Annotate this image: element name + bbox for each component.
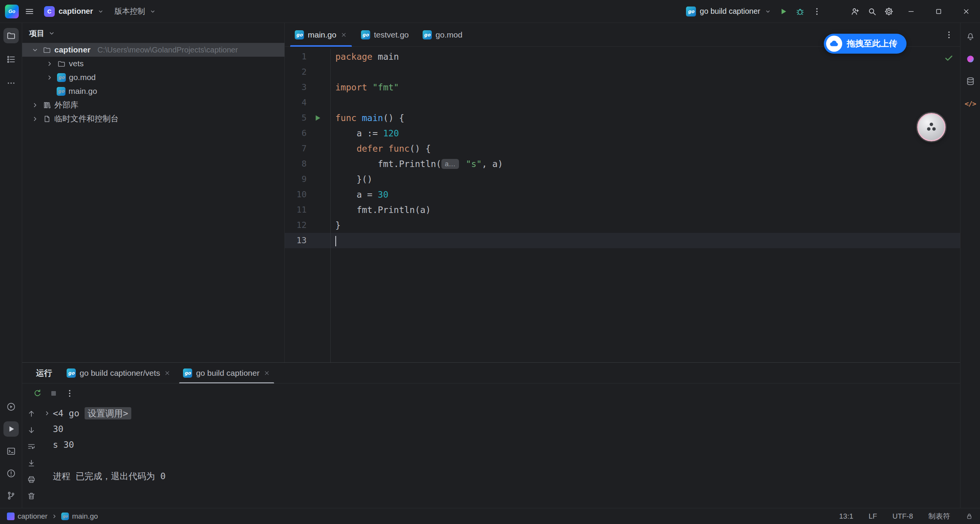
- services-tool-button[interactable]: [3, 399, 19, 414]
- run-tab-go-build-captioner-vets[interactable]: gogo build captioner/vets: [60, 363, 177, 383]
- gear-icon: [884, 7, 894, 16]
- ai-assistant-button[interactable]: [963, 51, 978, 67]
- editor-tabs-more-button[interactable]: [944, 23, 960, 46]
- more-tools-button[interactable]: [3, 75, 19, 91]
- clear-console-button[interactable]: [25, 490, 38, 503]
- code-with-me-button[interactable]: [847, 3, 864, 20]
- arrow-up-icon: [27, 409, 36, 418]
- inspections-ok-icon[interactable]: [944, 53, 954, 63]
- play-icon: [778, 7, 788, 16]
- caret-position-widget[interactable]: 13:1: [839, 512, 853, 521]
- tree-item-label: main.go: [69, 87, 97, 96]
- debug-button[interactable]: [792, 3, 808, 20]
- terminal-tool-button[interactable]: [3, 444, 19, 459]
- tab-close-icon[interactable]: [164, 370, 171, 377]
- encoding-widget[interactable]: UTF-8: [892, 512, 913, 521]
- code-line-8: 8 fmt.Println(a… "s", a): [285, 156, 960, 172]
- scroll-to-end-button[interactable]: [25, 457, 38, 470]
- triskelion-icon: [924, 120, 939, 135]
- tree-item-captioner[interactable]: captionerC:\Users\meow\GolandProjects\ca…: [22, 43, 284, 57]
- project-tool-button[interactable]: [3, 28, 19, 43]
- print-icon: [27, 475, 36, 484]
- stop-button[interactable]: [46, 386, 61, 400]
- editor-tab-main.go[interactable]: gomain.go: [288, 23, 354, 46]
- code-text: a = 30: [331, 187, 960, 202]
- notifications-button[interactable]: [963, 29, 978, 44]
- soft-wrap-button[interactable]: [25, 440, 38, 453]
- chevron-down-icon: [31, 46, 39, 54]
- tree-item-外部库[interactable]: 外部库: [22, 98, 284, 112]
- vcs-widget[interactable]: 版本控制: [111, 4, 160, 19]
- caret: [335, 236, 336, 246]
- indent-widget[interactable]: 制表符: [928, 511, 950, 521]
- main-menu-button[interactable]: [21, 3, 38, 20]
- tree-item-vets[interactable]: vets: [22, 57, 284, 70]
- structure-icon: [6, 54, 16, 64]
- minimize-button[interactable]: [897, 0, 925, 23]
- run-more-button[interactable]: [808, 3, 825, 20]
- project-name: captioner: [59, 7, 93, 16]
- rerun-button[interactable]: [30, 386, 45, 400]
- fold-toggle-icon[interactable]: [43, 409, 51, 418]
- goland-logo-icon: Go: [5, 5, 19, 18]
- problems-tool-button[interactable]: [3, 466, 19, 481]
- code-line-7: 7 defer func() {: [285, 141, 960, 156]
- arrow-down-icon: [27, 426, 36, 435]
- gutter-line-number: 2: [285, 64, 331, 80]
- run-tool-button[interactable]: [3, 421, 19, 437]
- gutter-line-number: 13: [285, 233, 331, 248]
- chevron-down-icon: [47, 29, 56, 38]
- project-selector[interactable]: C captioner: [40, 4, 108, 19]
- run-panel-title: 运行: [36, 363, 52, 383]
- rerun-icon: [33, 388, 42, 398]
- tab-close-icon[interactable]: [263, 370, 270, 377]
- gutter-line-number: 5: [285, 110, 331, 126]
- version-control-tool-button[interactable]: [3, 488, 19, 503]
- prev-occurrence-button[interactable]: [25, 407, 38, 420]
- print-button[interactable]: [25, 473, 38, 486]
- tab-close-icon[interactable]: [340, 31, 347, 38]
- left-tool-stripe: [0, 23, 22, 508]
- code-text: fmt.Println(a… "s", a): [331, 156, 960, 172]
- gutter-line-number: 10: [285, 187, 331, 202]
- structure-tool-button[interactable]: [3, 52, 19, 67]
- breadcrumb-main.go[interactable]: gomain.go: [61, 512, 98, 521]
- editor-tab-testvet.go[interactable]: gotestvet.go: [354, 23, 416, 46]
- line-separator-widget[interactable]: LF: [869, 512, 877, 521]
- run-button[interactable]: [775, 3, 792, 20]
- run-config-selector[interactable]: go go build captioner: [683, 4, 775, 19]
- close-button[interactable]: [952, 0, 980, 23]
- run-tab-go-build-captioner[interactable]: gogo build captioner: [177, 363, 276, 383]
- breadcrumb-captioner[interactable]: captioner: [7, 512, 47, 521]
- database-button[interactable]: [963, 74, 978, 89]
- editor[interactable]: 1package main23import "fmt"45func main()…: [285, 47, 960, 362]
- next-occurrence-button[interactable]: [25, 424, 38, 437]
- editor-tab-go.mod[interactable]: gogo.mod: [416, 23, 469, 46]
- search-icon: [867, 7, 877, 16]
- title-bar: Go C captioner 版本控制 go go build captione…: [0, 0, 980, 23]
- project-panel-header[interactable]: 项目: [22, 25, 284, 42]
- upper-row: 项目 captionerC:\Users\meow\GolandProjects…: [22, 23, 960, 362]
- run-console[interactable]: <4 go 设置调用>30s 30进程 已完成，退出代码为 0: [41, 403, 960, 508]
- upload-overlay-label: 拖拽至此上传: [847, 38, 897, 49]
- tree-item-go.mod[interactable]: gogo.mod: [22, 70, 284, 84]
- endpoints-button[interactable]: </>: [963, 96, 978, 111]
- run-line-icon[interactable]: [312, 113, 322, 123]
- problems-icon: [6, 468, 16, 478]
- lock-icon[interactable]: [965, 513, 973, 520]
- gutter-line-number: 11: [285, 202, 331, 218]
- tree-item-main.go[interactable]: gomain.go: [22, 84, 284, 98]
- settings-button[interactable]: [880, 3, 897, 20]
- floating-capture-ball[interactable]: [917, 113, 946, 141]
- upload-overlay[interactable]: 拖拽至此上传: [824, 34, 906, 54]
- search-everywhere-button[interactable]: [864, 3, 880, 20]
- go-file-icon: go: [67, 368, 76, 378]
- maximize-button[interactable]: [925, 0, 952, 23]
- tree-item-临时文件和控制台[interactable]: 临时文件和控制台: [22, 112, 284, 126]
- database-icon: [965, 76, 975, 86]
- code-text: [331, 233, 960, 248]
- code-line-4: 4: [285, 95, 960, 110]
- go-file-icon: go: [295, 30, 304, 39]
- code-text: import "fmt": [331, 80, 960, 95]
- more-options-button[interactable]: [62, 386, 77, 400]
